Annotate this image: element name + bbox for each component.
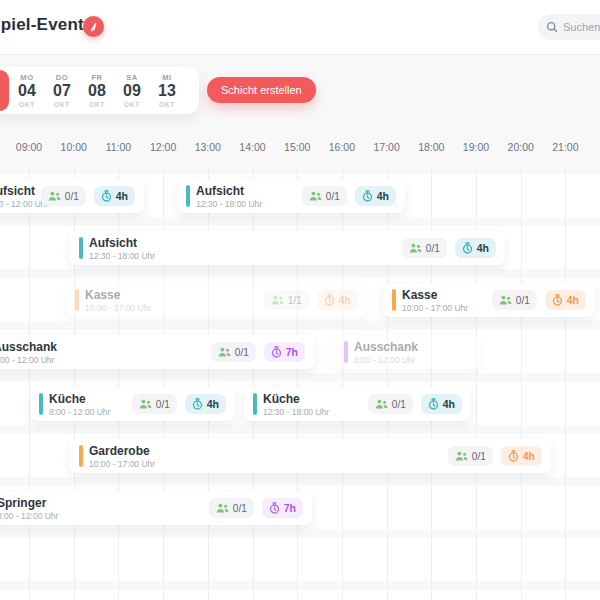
shift-text: Küche12:30 - 18:00 Uhr [263,392,329,417]
hour-label: 09:00 [7,141,51,153]
hour-label: 13:00 [186,141,230,153]
duration-badge: 7h [262,498,303,518]
shift-card-springer[interactable]: Springer8:00 - 12:00 Uhr0/17h [0,491,312,525]
hour-label: 21:00 [543,141,587,153]
occupancy-badge: 0/1 [209,498,254,518]
shift-color-stripe [39,393,43,415]
duration-badge: 7h [264,342,305,362]
search-input[interactable] [563,21,600,33]
shift-time: 8:00 - 12:00 Uhr [49,407,110,417]
shift-text: Garderobe10:00 - 17:00 Uhr [89,444,155,469]
occupancy-value: 0/1 [426,243,440,254]
shift-badges: 0/14h [368,394,462,414]
occupancy-value: 0/1 [392,399,406,410]
occupancy-value: 0/1 [156,399,170,410]
shift-card-aufsicht[interactable]: Aufsicht8:00 - 12:00 Uhr0/14h [0,179,144,213]
app-header: spiel-Event [0,0,600,55]
date-mon: OKT [19,101,35,108]
shift-time: 10:00 - 17:00 Uhr [402,303,468,313]
hour-gridline [565,166,566,600]
shift-badges: 0/14h [302,186,396,206]
shift-card-kche[interactable]: Küche8:00 - 12:00 Uhr0/14h [30,387,235,421]
search-box[interactable] [538,14,600,40]
occupancy-value: 0/1 [235,347,249,358]
duration-badge: 4h [501,446,542,466]
shift-card-kasse[interactable]: Kasse10:00 - 17:00 Uhr0/14h [383,283,595,317]
stopwatch-icon [552,294,563,306]
shift-badges: 0/14h [448,446,542,466]
stopwatch-icon [269,502,280,514]
people-icon [499,295,512,306]
shift-time: 12:30 - 18:00 Uhr [263,407,329,417]
shift-card-aufsicht[interactable]: Aufsicht12:30 - 18:00 Uhr0/14h [70,231,505,265]
shift-text: Aufsicht12:30 - 18:00 Uhr [89,236,155,261]
hour-label: 17:00 [365,141,409,153]
hour-gridline [521,166,522,600]
date-cell-selected[interactable] [0,70,9,111]
shift-time: 10:00 - 17:00 Uhr [89,459,155,469]
people-icon [375,399,388,410]
hour-label: 18:00 [409,141,453,153]
duration-badge: 4h [317,290,358,310]
people-icon [271,295,284,306]
duration-badge: 4h [455,238,496,258]
search-icon [546,21,558,33]
shift-badges: 0/14h [492,290,586,310]
event-title: spiel-Event [0,15,84,35]
shift-card-garderobe[interactable]: Garderobe10:00 - 17:00 Uhr0/14h [70,439,551,473]
stopwatch-icon [362,190,373,202]
hour-label: 20:00 [499,141,543,153]
date-num: 04 [18,82,36,100]
shift-badges: 0/14h [402,238,496,258]
occupancy-value: 0/1 [65,191,79,202]
date-dow: SA [126,73,138,82]
duration-value: 4h [443,398,455,410]
create-shift-button[interactable]: Schicht erstellen [207,77,316,103]
duration-value: 4h [523,450,535,462]
lane-row [0,590,600,600]
shift-text: Aufsicht8:00 - 12:00 Uhr [0,184,41,209]
shift-card-ausschank[interactable]: Ausschank8:00 - 12:00 Uhr [335,335,480,369]
duration-badge: 4h [185,394,226,414]
date-cell-do07[interactable]: DO07OKT [45,70,79,111]
occupancy-badge: 0/1 [41,186,86,206]
people-icon [309,191,322,202]
hour-label: 10:00 [52,141,96,153]
shift-card-kasse[interactable]: Kasse10:00 - 17:00 Uhr1/14h [66,283,367,317]
shift-title: Küche [49,392,110,406]
shift-title: Ausschank [0,340,57,354]
shift-color-stripe [75,289,79,311]
people-icon [216,503,229,514]
date-dow: FR [91,73,102,82]
occupancy-badge: 1/1 [264,290,309,310]
shift-color-stripe [186,185,190,207]
shift-time: 12:30 - 18:00 Uhr [89,251,155,261]
stopwatch-icon [271,346,282,358]
shift-time: 8:00 - 12:00 Uhr [0,511,58,521]
duration-value: 4h [477,242,489,254]
date-cell-fr08[interactable]: FR08OKT [80,70,114,111]
duration-value: 4h [377,190,389,202]
stopwatch-icon [101,190,112,202]
shift-card-aufsicht[interactable]: Aufsicht12:30 - 18:00 Uhr0/14h [177,179,405,213]
date-mon: OKT [124,101,140,108]
shift-title: Garderobe [89,444,155,458]
stopwatch-icon [192,398,203,410]
edit-event-button[interactable] [83,16,104,37]
occupancy-badge: 0/1 [368,394,413,414]
hour-label: 16:00 [320,141,364,153]
occupancy-value: 0/1 [472,451,486,462]
duration-badge: 4h [94,186,135,206]
duration-badge: 4h [545,290,586,310]
date-cell-sa09[interactable]: SA09OKT [115,70,149,111]
shift-text: Kasse10:00 - 17:00 Uhr [402,288,468,313]
date-cell-mo04[interactable]: MO04OKT [10,70,44,111]
shift-color-stripe [392,289,396,311]
date-cell-mi13[interactable]: MI13OKT [150,70,184,111]
shift-badges: 0/17h [211,342,305,362]
date-mon: OKT [89,101,105,108]
shift-card-kche[interactable]: Küche12:30 - 18:00 Uhr0/14h [244,387,471,421]
shift-color-stripe [253,393,257,415]
shift-time: 10:00 - 17:00 Uhr [85,303,151,313]
shift-card-ausschank[interactable]: Ausschank8:00 - 12:00 Uhr0/17h [0,335,314,369]
